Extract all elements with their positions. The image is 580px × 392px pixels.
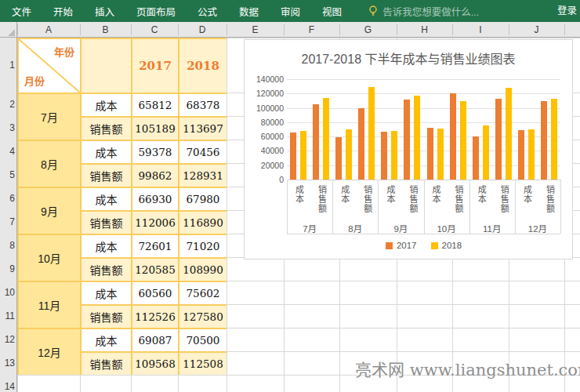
month-cell-10月[interactable]: 10月: [19, 235, 80, 281]
row-header-1[interactable]: 1: [0, 38, 15, 93]
cost-2017-9月[interactable]: 66930: [132, 188, 178, 210]
sales-2018-9月[interactable]: 116890: [179, 212, 227, 234]
month-cell-12月[interactable]: 12月: [19, 329, 80, 375]
column-header-F[interactable]: F: [284, 22, 339, 38]
ribbon-tab-1[interactable]: 文件: [12, 4, 31, 19]
bar-chart[interactable]: 2017-2018 下半年成本与销售业绩图表 02000040000600008…: [244, 39, 573, 260]
sales-label-7月[interactable]: 销售额: [82, 118, 131, 140]
cost-2017-12月[interactable]: 69087: [132, 329, 178, 351]
cost-2018-12月[interactable]: 70500: [179, 329, 227, 351]
ribbon-tab-3[interactable]: 插入: [95, 4, 114, 19]
row-header-10[interactable]: 10: [0, 281, 15, 304]
sales-2017-8月[interactable]: 99862: [132, 165, 178, 187]
cost-label-12月[interactable]: 成本: [82, 329, 131, 351]
row-header-8[interactable]: 8: [0, 234, 15, 257]
cost-2017-10月[interactable]: 72601: [132, 235, 178, 257]
column-header-C[interactable]: C: [131, 22, 178, 38]
cost-2017-8月[interactable]: 59378: [132, 141, 178, 163]
chart-bar-2017-7月-销售额: [313, 104, 319, 180]
ribbon-tab-2[interactable]: 开始: [53, 4, 73, 19]
cost-2018-9月[interactable]: 67980: [179, 188, 227, 210]
row-header-7[interactable]: 7: [0, 210, 15, 234]
select-all-corner[interactable]: [0, 22, 17, 38]
month-cell-7月[interactable]: 7月: [19, 94, 80, 140]
chart-bar-2018-9月-销售额: [414, 96, 420, 180]
column-header-strip[interactable]: ABCDEFGHIJ: [0, 22, 580, 38]
row-header-5[interactable]: 5: [0, 163, 15, 187]
cost-label-7月[interactable]: 成本: [82, 94, 131, 116]
cost-label-9月[interactable]: 成本: [82, 188, 131, 210]
gridline-v: [227, 38, 227, 392]
tell-me-placeholder[interactable]: 告诉我您想要做什么...: [382, 4, 479, 19]
sales-label-11月[interactable]: 销售额: [82, 306, 131, 328]
row-header-13[interactable]: 13: [0, 351, 15, 375]
header-empty-cell[interactable]: [82, 39, 131, 93]
sales-2018-8月[interactable]: 128931: [179, 165, 227, 187]
month-cell-11月[interactable]: 11月: [19, 282, 80, 328]
row-header-11[interactable]: 11: [0, 304, 15, 328]
row-header-9[interactable]: 9: [0, 257, 15, 281]
cost-label-8月[interactable]: 成本: [82, 141, 131, 163]
sales-2018-10月[interactable]: 108990: [179, 259, 227, 281]
row-header-14[interactable]: 14: [0, 375, 15, 392]
ribbon-tab-7[interactable]: 审阅: [281, 4, 300, 19]
sales-2017-7月[interactable]: 105189: [132, 118, 178, 140]
ribbon-tab-8[interactable]: 视图: [322, 4, 342, 19]
sales-2017-10月[interactable]: 120585: [132, 259, 178, 281]
legend-swatch-2018: [431, 242, 438, 249]
tell-me-search[interactable]: 告诉我您想要做什么...: [368, 4, 479, 19]
cost-2018-11月[interactable]: 75602: [179, 282, 227, 304]
cost-2018-7月[interactable]: 68378: [179, 94, 227, 116]
column-header-J[interactable]: J: [509, 22, 564, 38]
chart-title: 2017-2018 下半年成本与销售业绩图表: [245, 49, 572, 67]
row-header-6[interactable]: 6: [0, 187, 15, 210]
row-header-strip[interactable]: 1234567891011121314: [0, 38, 17, 392]
row-header-12[interactable]: 12: [0, 328, 15, 351]
cost-2017-7月[interactable]: 65812: [132, 94, 178, 116]
cost-2017-11月[interactable]: 60560: [132, 282, 178, 304]
row-header-4[interactable]: 4: [0, 140, 15, 163]
column-header-B[interactable]: B: [80, 22, 131, 38]
column-separator: [339, 24, 340, 35]
column-header-I[interactable]: I: [452, 22, 509, 38]
sales-2017-9月[interactable]: 112006: [132, 212, 178, 234]
x-category-label: 成本: [520, 185, 533, 220]
sales-label-10月[interactable]: 销售额: [82, 259, 131, 281]
x-month-label: 11月: [469, 222, 515, 234]
data-table[interactable]: 年份月份201720187月成本6581268378销售额10518911369…: [17, 38, 227, 375]
sales-2018-7月[interactable]: 113697: [179, 118, 227, 140]
ribbon-tab-4[interactable]: 页面布局: [136, 4, 176, 19]
column-separator: [564, 24, 565, 35]
cost-2018-8月[interactable]: 70456: [179, 141, 227, 163]
sales-label-12月[interactable]: 销售额: [82, 353, 131, 375]
header-2018-cell[interactable]: 2018: [179, 39, 227, 93]
sales-2018-11月[interactable]: 127580: [179, 306, 227, 328]
column-header-E[interactable]: E: [227, 22, 284, 38]
row-header-3[interactable]: 3: [0, 116, 15, 140]
year-month-corner-cell[interactable]: 年份月份: [19, 39, 80, 93]
column-header-D[interactable]: D: [178, 22, 227, 38]
column-header-G[interactable]: G: [339, 22, 397, 38]
header-2017-cell[interactable]: 2017: [132, 39, 178, 93]
column-separator: [509, 24, 509, 35]
cost-2018-10月[interactable]: 71020: [179, 235, 227, 257]
column-header-H[interactable]: H: [397, 22, 452, 38]
column-header-A[interactable]: A: [17, 22, 80, 38]
sales-2017-12月[interactable]: 109568: [132, 353, 178, 375]
month-cell-8月[interactable]: 8月: [19, 141, 80, 187]
month-cell-9月[interactable]: 9月: [19, 188, 80, 234]
cost-label-11月[interactable]: 成本: [82, 282, 131, 304]
ribbon-tab-6[interactable]: 数据: [239, 4, 259, 19]
sales-label-8月[interactable]: 销售额: [82, 165, 131, 187]
sales-2017-11月[interactable]: 112526: [132, 306, 178, 328]
x-category-label: 成本: [430, 185, 442, 220]
column-separator: [397, 24, 397, 35]
x-category-label: 销售额: [544, 185, 556, 220]
sales-2018-12月[interactable]: 112508: [179, 353, 227, 375]
login-button[interactable]: 登录: [556, 0, 578, 22]
row-header-2[interactable]: 2: [0, 93, 15, 116]
sales-label-9月[interactable]: 销售额: [82, 212, 131, 234]
cost-label-10月[interactable]: 成本: [82, 235, 131, 257]
ribbon-tab-5[interactable]: 公式: [198, 4, 217, 19]
x-category-label: 成本: [293, 185, 306, 220]
